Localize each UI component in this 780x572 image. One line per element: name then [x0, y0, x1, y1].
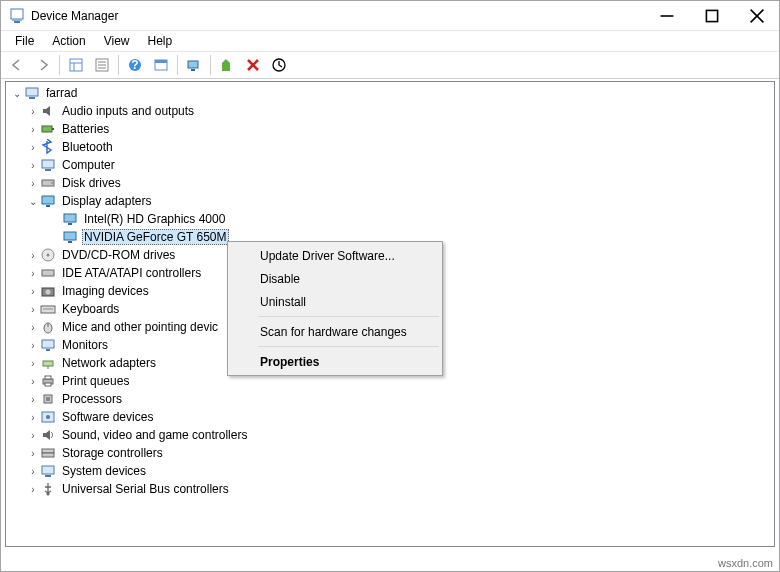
disable-button[interactable] [267, 53, 291, 77]
expand-icon[interactable]: › [26, 178, 40, 189]
minimize-button[interactable] [644, 1, 689, 30]
menu-help[interactable]: Help [140, 32, 181, 50]
forward-button[interactable] [31, 53, 55, 77]
tree-label: Network adapters [60, 356, 158, 370]
expand-icon[interactable]: › [26, 394, 40, 405]
ctx-update-driver[interactable]: Update Driver Software... [230, 244, 440, 267]
tree-label: Mice and other pointing devic [60, 320, 220, 334]
action-button[interactable] [149, 53, 173, 77]
svg-rect-7 [70, 59, 82, 71]
menu-view[interactable]: View [96, 32, 138, 50]
uninstall-button[interactable] [241, 53, 265, 77]
toolbar: ? [1, 51, 779, 79]
tree-label: Processors [60, 392, 124, 406]
expand-icon[interactable]: › [26, 286, 40, 297]
scan-hardware-button[interactable] [182, 53, 206, 77]
update-driver-button[interactable] [215, 53, 239, 77]
back-button[interactable] [5, 53, 29, 77]
expand-icon[interactable]: › [26, 322, 40, 333]
expand-icon[interactable]: › [26, 124, 40, 135]
svg-rect-33 [46, 205, 50, 207]
tree-item-disk[interactable]: ›Disk drives [6, 174, 774, 192]
expand-icon[interactable]: › [26, 142, 40, 153]
ctx-label: Update Driver Software... [260, 249, 395, 263]
maximize-button[interactable] [689, 1, 734, 30]
expand-icon[interactable]: › [26, 340, 40, 351]
svg-rect-35 [68, 223, 72, 225]
tree-item-software[interactable]: ›Software devices [6, 408, 774, 426]
dvd-icon [40, 247, 56, 263]
tree-item-display[interactable]: ⌄Display adapters [6, 192, 774, 210]
tree-item-batteries[interactable]: ›Batteries [6, 120, 774, 138]
expand-icon[interactable]: › [26, 376, 40, 387]
tree-item-audio[interactable]: ›Audio inputs and outputs [6, 102, 774, 120]
svg-rect-24 [26, 88, 38, 96]
svg-rect-28 [42, 160, 54, 168]
printer-icon [40, 373, 56, 389]
monitor-icon [40, 337, 56, 353]
svg-rect-4 [706, 10, 717, 21]
tree-item-bluetooth[interactable]: ›Bluetooth [6, 138, 774, 156]
bluetooth-icon [40, 139, 56, 155]
svg-rect-61 [45, 475, 51, 477]
audio-icon [40, 103, 56, 119]
expand-icon[interactable]: › [26, 412, 40, 423]
tree-label: IDE ATA/ATAPI controllers [60, 266, 203, 280]
computer-icon [24, 85, 40, 101]
close-button[interactable] [734, 1, 779, 30]
svg-rect-0 [11, 9, 23, 19]
show-hide-console-button[interactable] [64, 53, 88, 77]
separator [210, 55, 211, 75]
svg-point-57 [46, 415, 50, 419]
ctx-uninstall[interactable]: Uninstall [230, 290, 440, 313]
usb-icon [40, 481, 56, 497]
expand-icon[interactable]: › [26, 268, 40, 279]
tree-item-sound[interactable]: ›Sound, video and game controllers [6, 426, 774, 444]
tree-label: Universal Serial Bus controllers [60, 482, 231, 496]
expand-icon[interactable]: › [26, 430, 40, 441]
expand-icon[interactable]: › [26, 466, 40, 477]
svg-point-39 [47, 254, 50, 257]
svg-rect-59 [42, 453, 54, 457]
ctx-disable[interactable]: Disable [230, 267, 440, 290]
ctx-label: Properties [260, 355, 319, 369]
expand-icon[interactable]: › [26, 160, 40, 171]
battery-icon [40, 121, 56, 137]
storage-icon [40, 445, 56, 461]
tree-item-display-intel[interactable]: Intel(R) HD Graphics 4000 [6, 210, 774, 228]
expand-icon[interactable]: › [26, 304, 40, 315]
expand-icon[interactable]: › [26, 358, 40, 369]
svg-rect-40 [42, 270, 54, 276]
tree-item-processors[interactable]: ›Processors [6, 390, 774, 408]
help-button[interactable]: ? [123, 53, 147, 77]
expand-icon[interactable]: › [26, 250, 40, 261]
properties-button[interactable] [90, 53, 114, 77]
tree-item-computer[interactable]: ›Computer [6, 156, 774, 174]
tree-item-system[interactable]: ›System devices [6, 462, 774, 480]
tree-label: Imaging devices [60, 284, 151, 298]
network-icon [40, 355, 56, 371]
collapse-icon[interactable]: ⌄ [10, 88, 24, 99]
tree-item-usb[interactable]: ›Universal Serial Bus controllers [6, 480, 774, 498]
tree-label: Display adapters [60, 194, 153, 208]
tree-label: Bluetooth [60, 140, 115, 154]
menu-action[interactable]: Action [44, 32, 93, 50]
tree-root[interactable]: ⌄ farrad [6, 84, 774, 102]
expand-icon[interactable]: › [26, 448, 40, 459]
tree-item-storage[interactable]: ›Storage controllers [6, 444, 774, 462]
svg-rect-18 [188, 61, 198, 68]
menu-file[interactable]: File [7, 32, 42, 50]
svg-rect-48 [46, 349, 50, 351]
display-icon [40, 193, 56, 209]
collapse-icon[interactable]: ⌄ [26, 196, 40, 207]
disk-icon [40, 175, 56, 191]
expand-icon[interactable]: › [26, 484, 40, 495]
expand-icon[interactable]: › [26, 106, 40, 117]
tree-label: Software devices [60, 410, 155, 424]
tree-label: Audio inputs and outputs [60, 104, 196, 118]
ctx-scan-hardware[interactable]: Scan for hardware changes [230, 320, 440, 343]
context-menu: Update Driver Software... Disable Uninst… [227, 241, 443, 376]
separator [59, 55, 60, 75]
watermark: wsxdn.com [718, 557, 773, 569]
ctx-properties[interactable]: Properties [230, 350, 440, 373]
